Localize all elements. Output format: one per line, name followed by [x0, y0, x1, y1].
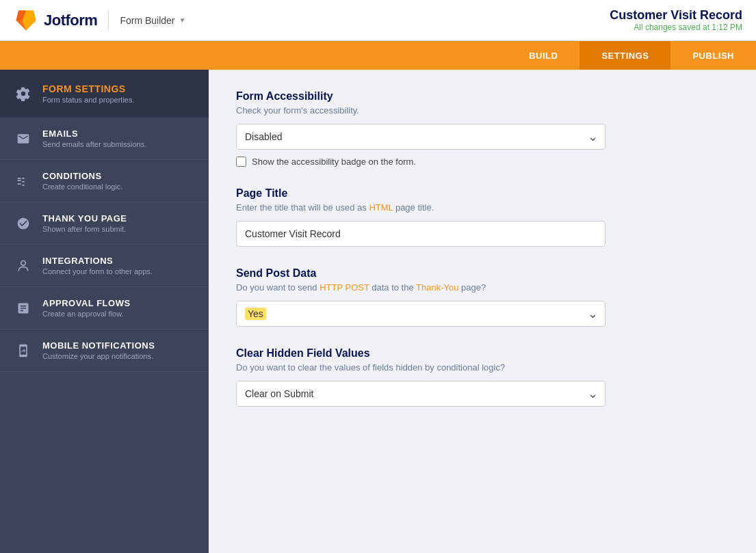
sidebar-item-mobilenotifications-text: MOBILE NOTIFICATIONS Customize your app … [42, 340, 155, 360]
mobilenotifications-icon [14, 341, 33, 360]
accessibility-section: Form Accessibility Check your form's acc… [236, 90, 729, 167]
pagetitle-section: Page Title Enter the title that will be … [236, 187, 729, 247]
top-bar-left: Jotform Form Builder ▼ [14, 8, 185, 33]
accessibility-checkbox-row: Show the accessibility badge on the form… [236, 157, 729, 167]
sidebar-item-emails-subtitle: Send emails after submissions. [42, 140, 146, 148]
pagetitle-input[interactable] [236, 221, 605, 247]
sidebar-item-conditions-title: CONDITIONS [42, 171, 122, 181]
nav-tabs: BUILD SETTINGS PUBLISH [0, 41, 756, 70]
approvalflows-icon [14, 299, 33, 318]
logo-text: Jotform [44, 12, 97, 29]
sendpostdata-select-wrapper: YesNo ⌄ Yes [236, 301, 605, 327]
form-builder-button[interactable]: Form Builder ▼ [120, 15, 185, 26]
content-area: Form Accessibility Check your form's acc… [209, 70, 756, 553]
pagetitle-title: Page Title [236, 187, 729, 200]
sidebar-item-integrations[interactable]: INTEGRATIONS Connect your form to other … [0, 245, 209, 287]
sidebar-item-thankyou-title: THANK YOU PAGE [42, 213, 127, 224]
sendpostdata-title: Send Post Data [236, 267, 729, 280]
sidebar-item-mobilenotifications-title: MOBILE NOTIFICATIONS [42, 340, 155, 351]
sidebar-item-mobilenotifications[interactable]: MOBILE NOTIFICATIONS Customize your app … [0, 329, 209, 372]
sidebar-item-conditions-text: CONDITIONS Create conditional logic. [42, 171, 122, 191]
sidebar-item-integrations-text: INTEGRATIONS Connect your form to other … [42, 256, 153, 275]
clearhidden-section: Clear Hidden Field Values Do you want to… [236, 347, 729, 407]
sendpostdata-desc: Do you want to send HTTP POST data to th… [236, 282, 729, 293]
tab-publish[interactable]: PUBLISH [670, 41, 756, 70]
chevron-down-icon: ▼ [179, 16, 186, 24]
sidebar-item-approvalflows-text: APPROVAL FLOWS Create an approval flow. [42, 298, 131, 318]
sidebar-item-approvalflows-subtitle: Create an approval flow. [42, 310, 131, 318]
accessibility-select[interactable]: Disabled Enabled [237, 124, 605, 149]
conditions-icon [14, 172, 33, 191]
sidebar-item-approvalflows[interactable]: APPROVAL FLOWS Create an approval flow. [0, 287, 209, 329]
main-layout: FORM SETTINGS Form status and properties… [0, 70, 756, 553]
sidebar-item-conditions-subtitle: Create conditional logic. [42, 183, 122, 191]
accessibility-checkbox-label: Show the accessibility badge on the form… [252, 157, 416, 167]
top-bar: Jotform Form Builder ▼ Customer Visit Re… [0, 0, 756, 41]
top-bar-right: Customer Visit Record All changes saved … [610, 8, 742, 32]
thankyou-icon [14, 214, 33, 233]
integrations-icon [14, 256, 33, 275]
sendpostdata-select[interactable]: YesNo [237, 301, 605, 326]
clearhidden-select[interactable]: Clear on Submit Keep Values [237, 381, 605, 406]
sidebar-form-settings-subtitle: Form status and properties. [42, 96, 135, 104]
form-title: Customer Visit Record [610, 8, 742, 23]
sidebar-form-settings-text: FORM SETTINGS Form status and properties… [42, 83, 135, 104]
jotform-logo-icon [14, 8, 38, 33]
sidebar-item-thankyou[interactable]: THANK YOU PAGE Shown after form submit. [0, 202, 209, 245]
sidebar-item-conditions[interactable]: CONDITIONS Create conditional logic. [0, 160, 209, 202]
sidebar-item-mobilenotifications-subtitle: Customize your app notifications. [42, 352, 155, 360]
email-icon [14, 129, 33, 148]
sendpostdata-section: Send Post Data Do you want to send HTTP … [236, 267, 729, 327]
sidebar-item-integrations-subtitle: Connect your form to other apps. [42, 267, 153, 275]
vertical-divider [108, 10, 109, 31]
sidebar-item-thankyou-text: THANK YOU PAGE Shown after form submit. [42, 213, 127, 233]
sidebar-form-settings-title: FORM SETTINGS [42, 83, 135, 94]
sidebar-item-integrations-title: INTEGRATIONS [42, 256, 153, 266]
form-builder-label: Form Builder [120, 15, 174, 26]
logo: Jotform [14, 8, 97, 33]
pagetitle-desc: Enter the title that will be used as HTM… [236, 202, 729, 213]
sidebar-item-emails-text: EMAILS Send emails after submissions. [42, 129, 146, 148]
sidebar-form-settings-header[interactable]: FORM SETTINGS Form status and properties… [0, 70, 209, 118]
accessibility-select-wrapper: Disabled Enabled ⌄ [236, 124, 605, 150]
accessibility-title: Form Accessibility [236, 90, 729, 103]
sidebar-item-approvalflows-title: APPROVAL FLOWS [42, 298, 131, 308]
accessibility-desc: Check your form's accessibility. [236, 105, 729, 116]
tab-settings[interactable]: SETTINGS [579, 41, 670, 70]
gear-icon [14, 84, 33, 103]
tab-build[interactable]: BUILD [507, 41, 579, 70]
sidebar-item-thankyou-subtitle: Shown after form submit. [42, 225, 127, 233]
sidebar-item-emails[interactable]: EMAILS Send emails after submissions. [0, 118, 209, 160]
saved-status: All changes saved at 1:12 PM [610, 23, 742, 32]
clearhidden-title: Clear Hidden Field Values [236, 347, 729, 360]
clearhidden-select-wrapper: Clear on Submit Keep Values ⌄ [236, 381, 605, 407]
sidebar: FORM SETTINGS Form status and properties… [0, 70, 209, 553]
sidebar-item-emails-title: EMAILS [42, 129, 146, 139]
clearhidden-desc: Do you want to clear the values of field… [236, 362, 729, 373]
accessibility-checkbox[interactable] [236, 157, 246, 167]
